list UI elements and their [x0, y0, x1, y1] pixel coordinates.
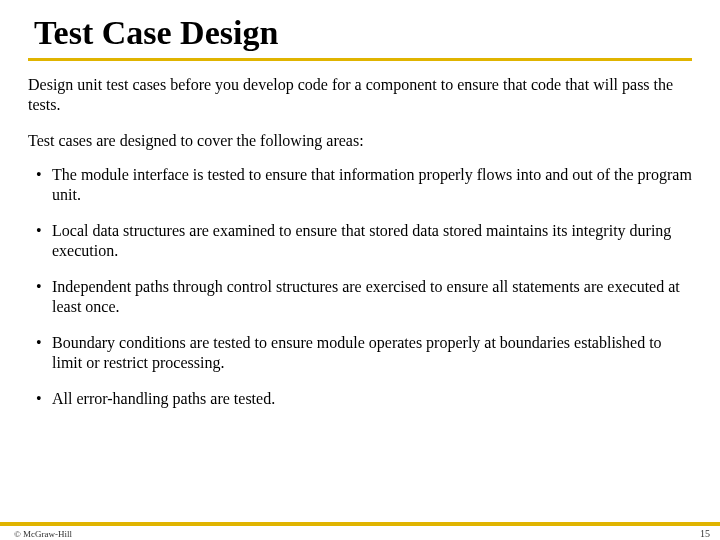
intro-paragraph: Design unit test cases before you develo… — [28, 75, 692, 115]
list-item: Boundary conditions are tested to ensure… — [28, 333, 692, 373]
title-rule — [28, 58, 692, 61]
list-item: The module interface is tested to ensure… — [28, 165, 692, 205]
list-item: Independent paths through control struct… — [28, 277, 692, 317]
bullet-list: The module interface is tested to ensure… — [28, 165, 692, 409]
list-item: All error-handling paths are tested. — [28, 389, 692, 409]
page-title: Test Case Design — [34, 14, 692, 52]
lead-paragraph: Test cases are designed to cover the fol… — [28, 131, 692, 151]
page-number: 15 — [700, 528, 710, 539]
footer-bar — [0, 522, 720, 526]
footer: © McGraw-Hill 15 — [0, 520, 720, 540]
copyright-text: © McGraw-Hill — [14, 529, 72, 539]
list-item: Local data structures are examined to en… — [28, 221, 692, 261]
slide: Test Case Design Design unit test cases … — [0, 0, 720, 540]
